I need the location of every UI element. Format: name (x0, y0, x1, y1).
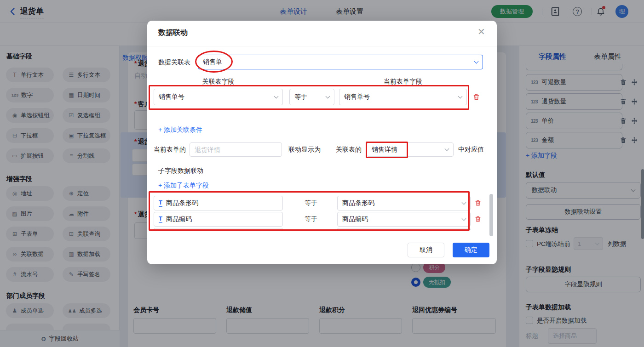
divider (147, 46, 497, 46)
related-display-field-select[interactable]: 销售详情 (367, 142, 454, 157)
display-field-input[interactable] (190, 142, 282, 157)
data-linkage-dialog: 数据联动 ✕ 数据关联表 销售单 关联表字段 当前表单字段 销售单号 等于 销售… (147, 21, 497, 264)
dialog-title: 数据联动 (158, 28, 188, 38)
chevron-down-icon (445, 147, 449, 151)
app-window: 退货单 表单设计 表单设置 数据管理 ? 理 表单外链 后端脚本 数据权限 预览… (0, 0, 644, 347)
subfield-row-partial (337, 228, 471, 230)
current-form-prefix: 当前表单的 (154, 146, 186, 154)
close-icon[interactable]: ✕ (477, 27, 485, 36)
related-table-prefix: 关联表的 (336, 146, 362, 154)
related-table-select[interactable]: 销售单 (198, 55, 483, 69)
condition-operator-select[interactable]: 等于 (289, 89, 334, 105)
delete-subfield-icon[interactable] (474, 199, 482, 207)
related-table-label: 数据关联表 (158, 58, 190, 67)
subfield-input-barcode[interactable]: T商品条形码 (154, 196, 283, 210)
chevron-down-icon (462, 216, 466, 221)
column-header-current-field: 当前表单字段 (339, 78, 467, 86)
delete-condition-icon[interactable] (472, 93, 480, 101)
subfield-select-barcode[interactable]: 商品条形码 (337, 196, 471, 210)
subfield-row-partial (154, 228, 283, 230)
chevron-down-icon (458, 94, 463, 98)
subfield-operator: 等于 (305, 199, 317, 207)
chevron-down-icon (474, 59, 479, 63)
subfield-input-code[interactable]: T商品编码 (154, 212, 283, 227)
text-type-icon: T (159, 199, 162, 206)
text-type-icon: T (159, 216, 162, 222)
chevron-down-icon (274, 94, 279, 98)
subfield-select-code[interactable]: 商品编码 (337, 212, 471, 227)
modal-scrollbar[interactable] (489, 194, 493, 236)
subfield-linkage-heading: 子字段数据联动 (158, 167, 203, 175)
confirm-button[interactable]: 确定 (453, 243, 489, 257)
corresponding-value-suffix: 中对应值 (458, 146, 484, 154)
subfield-operator: 等于 (305, 215, 317, 223)
add-condition-link[interactable]: + 添加关联条件 (158, 126, 202, 134)
column-header-related-field: 关联表字段 (154, 78, 283, 86)
cancel-button[interactable]: 取消 (408, 243, 444, 257)
condition-form-field-select[interactable]: 销售单号 (339, 89, 467, 105)
add-subform-field-link[interactable]: + 添加子表单字段 (158, 182, 209, 190)
chevron-down-icon (462, 200, 466, 205)
linkage-display-as-label: 联动显示为 (288, 146, 321, 154)
delete-subfield-icon[interactable] (474, 215, 482, 223)
chevron-down-icon (326, 94, 330, 98)
condition-field-select[interactable]: 销售单号 (154, 89, 283, 105)
